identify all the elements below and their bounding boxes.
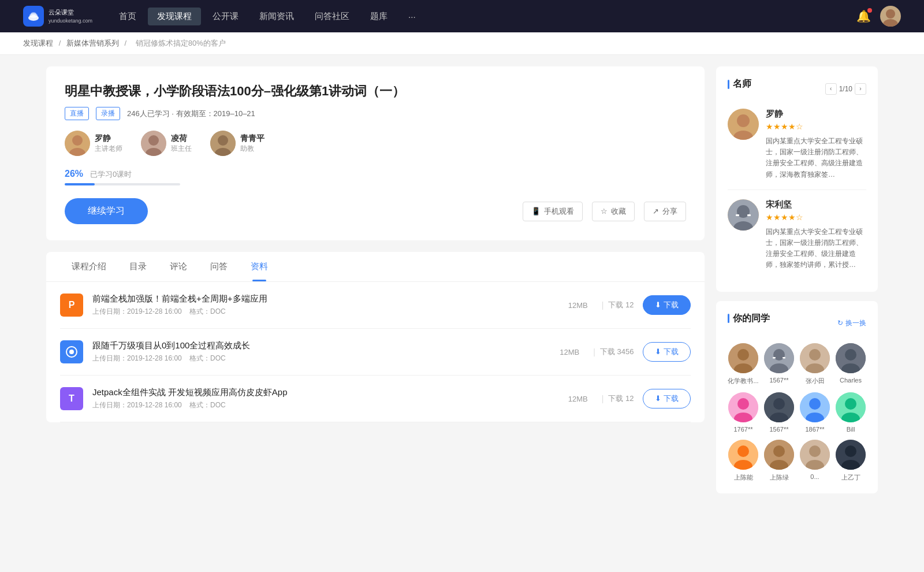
- download-button-1[interactable]: ⬇ 下载: [643, 295, 691, 315]
- teacher-sidebar-avatar-2: [728, 199, 759, 231]
- continue-study-button[interactable]: 继续学习: [65, 198, 148, 224]
- tab-intro[interactable]: 课程介绍: [60, 252, 118, 281]
- mobile-view-button[interactable]: 📱 手机观看: [523, 202, 583, 221]
- classmate-name-4: Charles: [840, 377, 862, 384]
- navbar: 云朵课堂yunduoketang.com 首页 发现课程 公开课 新闻资讯 问答…: [0, 0, 924, 32]
- teachers-sidebar-title: 名师: [728, 78, 751, 90]
- breadcrumb-link-2[interactable]: 新媒体营销系列: [66, 39, 119, 47]
- svg-rect-22: [736, 214, 739, 216]
- collect-button[interactable]: ☆ 收藏: [592, 202, 635, 221]
- download-button-2[interactable]: ⬇ 下载: [643, 342, 691, 362]
- teacher-divider: [728, 190, 866, 190]
- classmate-avatar-4: [836, 343, 866, 373]
- action-row: 继续学习 📱 手机观看 ☆ 收藏 ↗ 分享: [65, 198, 686, 224]
- refresh-button[interactable]: ↻ 换一换: [837, 318, 866, 328]
- tab-catalog[interactable]: 目录: [118, 252, 158, 281]
- classmate-name-7: 1867**: [805, 426, 824, 433]
- notification-dot: [867, 8, 872, 13]
- classmate-5: 1767**: [728, 392, 759, 433]
- page-next[interactable]: ›: [855, 83, 866, 95]
- teacher-info-1: 罗静 主讲老师: [95, 133, 122, 154]
- pagination-small: ‹ 1/10 ›: [825, 83, 866, 95]
- svg-point-12: [218, 135, 228, 146]
- classmates-title: 你的同学: [728, 313, 770, 325]
- tab-review[interactable]: 评论: [158, 252, 199, 281]
- svg-point-17: [737, 114, 750, 127]
- svg-point-3: [886, 9, 895, 18]
- classmate-name-1: 化学教书...: [728, 377, 758, 385]
- star-icon: ☆: [601, 207, 608, 216]
- classmate-avatar-1: [728, 343, 758, 373]
- nav-item-news[interactable]: 新闻资讯: [250, 8, 303, 25]
- resource-dl-1: 下载 12: [608, 300, 634, 310]
- teacher-name-1: 罗静: [95, 133, 122, 144]
- user-avatar[interactable]: [880, 6, 901, 27]
- teacher-role-2: 班主任: [171, 144, 192, 154]
- resource-name-1: 前端全栈加强版！前端全栈+全周期+多端应用: [92, 294, 550, 304]
- breadcrumb-link-1[interactable]: 发现课程: [23, 39, 53, 47]
- tab-qa[interactable]: 问答: [199, 252, 239, 281]
- classmates-grid: 化学教书... 1567** 张小田: [728, 343, 866, 482]
- svg-point-39: [737, 398, 749, 410]
- course-header-card: 明星中教授课，小学阶段语法100分–强化级第1讲动词（一） 直播 录播 246人…: [46, 66, 705, 240]
- tab-resource[interactable]: 资料: [239, 252, 280, 281]
- resource-format-3: 格式：DOC: [189, 401, 226, 409]
- progress-sub: 已学习0课时: [90, 170, 132, 179]
- teachers-sidebar-card: 名师 ‹ 1/10 › 罗静 ★★★★☆ 国内某重点大学安全工程专业硕士，国家一…: [716, 66, 878, 292]
- nav-item-discover[interactable]: 发现课程: [148, 8, 201, 25]
- share-button[interactable]: ↗ 分享: [644, 202, 686, 221]
- teacher-sidebar-item-1: 罗静 ★★★★☆ 国内某重点大学安全工程专业硕士，国家一级注册消防工程师、注册安…: [728, 109, 866, 180]
- tabs-header: 课程介绍 目录 评论 问答 资料: [46, 252, 705, 282]
- teacher-info-3: 青青平 助教: [240, 133, 264, 154]
- logo[interactable]: 云朵课堂yunduoketang.com: [23, 6, 92, 27]
- nav-item-exam[interactable]: 题库: [361, 8, 397, 25]
- teacher-name-3: 青青平: [240, 133, 264, 144]
- resource-meta-3: 上传日期：2019-12-28 16:00 格式：DOC: [92, 400, 550, 410]
- classmate-2: 1567**: [763, 343, 795, 385]
- badge-live: 直播: [65, 107, 89, 120]
- teacher-name-2: 凌荷: [171, 133, 192, 144]
- page-prev[interactable]: ‹: [825, 83, 837, 95]
- course-meta-text: 246人已学习 · 有效期至：2019–10–21: [127, 109, 255, 119]
- classmate-avatar-8: [836, 392, 866, 422]
- teacher-sidebar-avatar-1: [728, 109, 759, 140]
- classmate-name-9: 上陈能: [734, 473, 753, 482]
- svg-point-4: [883, 19, 898, 27]
- logo-icon: [23, 6, 44, 27]
- nav-item-qa[interactable]: 问答社区: [305, 8, 359, 25]
- resource-stats-2: 12MB | 下载 3456: [550, 347, 634, 357]
- resource-icon-2: [60, 340, 83, 363]
- notification-bell[interactable]: 🔔: [856, 9, 871, 23]
- svg-point-45: [809, 398, 821, 410]
- download-button-3[interactable]: ⬇ 下载: [643, 389, 691, 408]
- teacher-sidebar-desc-2: 国内某重点大学安全工程专业硕士，国家一级注册消防工程师、注册安全工程师、级注册建…: [766, 226, 866, 271]
- svg-point-28: [773, 349, 785, 361]
- svg-point-9: [148, 135, 159, 146]
- progress-bar-bg: [65, 183, 180, 185]
- mobile-view-label: 手机观看: [544, 206, 574, 217]
- main-container: 明星中教授课，小学阶段语法100分–强化级第1讲动词（一） 直播 录播 246人…: [23, 55, 901, 514]
- svg-point-6: [72, 135, 83, 146]
- left-content: 明星中教授课，小学阶段语法100分–强化级第1讲动词（一） 直播 录播 246人…: [46, 66, 705, 503]
- svg-point-48: [845, 398, 856, 410]
- resource-info-3: Jetpack全组件实战 开发短视频应用高仿皮皮虾App 上传日期：2019-1…: [92, 387, 550, 410]
- nav-item-open[interactable]: 公开课: [203, 8, 248, 25]
- classmate-3: 张小田: [799, 343, 830, 385]
- breadcrumb-sep-1: /: [59, 39, 63, 47]
- nav-item-home[interactable]: 首页: [110, 8, 146, 25]
- teacher-role-3: 助教: [240, 144, 264, 154]
- classmate-avatar-6: [764, 392, 794, 422]
- resource-item-3: T Jetpack全组件实战 开发短视频应用高仿皮皮虾App 上传日期：2019…: [60, 376, 691, 422]
- resource-stats-1: 12MB | 下载 12: [559, 300, 634, 310]
- resource-size-3: 12MB: [559, 395, 597, 403]
- refresh-label: 换一换: [845, 318, 866, 328]
- tabs-card: 课程介绍 目录 评论 问答 资料 P 前端全栈加强版！前端全栈+全周期+多端应用…: [46, 252, 705, 422]
- svg-point-51: [737, 445, 749, 457]
- nav-item-more[interactable]: ···: [399, 8, 425, 25]
- svg-rect-31: [783, 357, 785, 359]
- teachers-row: 罗静 主讲老师 凌荷 班主任: [65, 131, 686, 156]
- svg-rect-30: [773, 357, 776, 359]
- resource-info-1: 前端全栈加强版！前端全栈+全周期+多端应用 上传日期：2019-12-28 16…: [92, 294, 550, 317]
- svg-point-60: [845, 445, 856, 457]
- classmate-avatar-7: [800, 392, 830, 422]
